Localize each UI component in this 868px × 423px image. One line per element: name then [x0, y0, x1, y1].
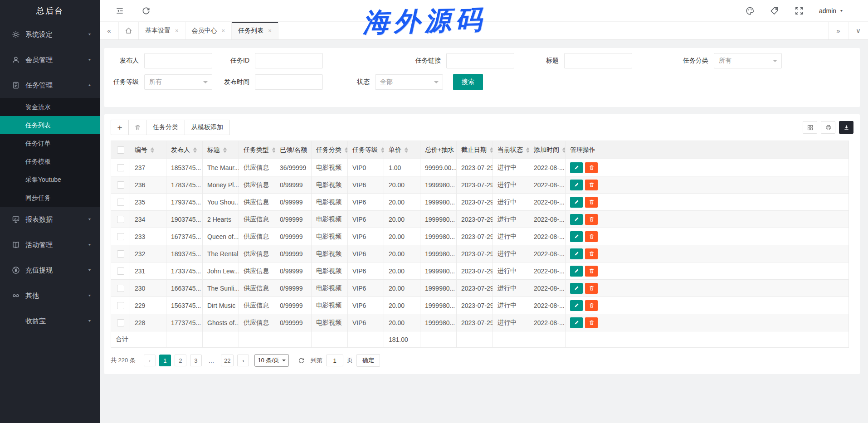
next-page-icon[interactable]: › [237, 355, 249, 366]
edit-button[interactable] [570, 180, 583, 190]
sort-icon[interactable] [151, 147, 154, 153]
page-number-button[interactable]: 3 [190, 355, 202, 366]
row-checkbox[interactable] [117, 233, 124, 240]
edit-button[interactable] [570, 248, 583, 259]
page-number-button[interactable]: 1 [159, 355, 171, 366]
page-number-button[interactable]: 22 [221, 355, 234, 366]
tabs-menu-icon[interactable]: ∨ [848, 22, 868, 39]
sort-icon[interactable] [223, 147, 227, 153]
close-icon[interactable]: × [222, 27, 225, 34]
sort-icon[interactable] [562, 147, 566, 153]
page-number-button[interactable]: 2 [175, 355, 186, 366]
add-task-button[interactable]: + [111, 120, 129, 135]
select-all-checkbox[interactable] [117, 146, 124, 154]
sidebar-item-task-orders[interactable]: 任务订单 [0, 134, 100, 152]
search-button[interactable]: 搜索 [453, 74, 483, 90]
row-checkbox[interactable] [117, 181, 124, 189]
refresh-icon[interactable] [141, 6, 151, 15]
row-checkbox[interactable] [117, 199, 124, 206]
close-icon[interactable]: × [175, 27, 179, 34]
user-menu[interactable]: admin ▼ [819, 7, 844, 15]
delete-button[interactable] [585, 283, 598, 294]
add-from-template-button[interactable]: 从模板添加 [185, 120, 230, 135]
delete-button[interactable] [585, 214, 598, 225]
sidebar-item-system-settings[interactable]: 系统设定 ▼ [0, 22, 100, 47]
sidebar-item-collect-youtube[interactable]: 采集Youtube [0, 170, 100, 189]
columns-filter-button[interactable] [803, 121, 817, 134]
sort-icon[interactable] [490, 147, 493, 153]
cell-deadline: 2023-07-29 [457, 159, 493, 176]
delete-button[interactable] [585, 231, 598, 242]
tag-icon[interactable] [770, 6, 779, 15]
delete-button[interactable] [585, 266, 598, 277]
export-button[interactable] [839, 121, 853, 134]
status-select[interactable]: 全部 [375, 74, 443, 90]
delete-button[interactable] [585, 317, 598, 328]
sidebar-item-sync-tasks[interactable]: 同步任务 [0, 189, 100, 207]
delete-button[interactable] [585, 162, 598, 173]
sidebar-item-task-list[interactable]: 任务列表 [0, 116, 100, 134]
tab-task-list[interactable]: 任务列表 × [232, 22, 278, 39]
publisher-input[interactable] [144, 53, 212, 68]
row-checkbox[interactable] [117, 302, 124, 309]
tabs-scroll-right-icon[interactable]: » [828, 22, 848, 39]
sort-icon[interactable] [193, 147, 197, 153]
sidebar-item-members[interactable]: 会员管理 ▼ [0, 47, 100, 73]
sidebar-item-tasks[interactable]: 任务管理 ▲ [0, 73, 100, 98]
sort-icon[interactable] [405, 147, 408, 153]
sidebar-item-activities[interactable]: 活动管理 ▼ [0, 232, 100, 258]
sidebar-item-task-templates[interactable]: 任务模板 [0, 152, 100, 170]
row-checkbox[interactable] [117, 216, 124, 223]
task-category-button[interactable]: 任务分类 [146, 120, 185, 135]
task-category-select[interactable]: 所有 [714, 53, 782, 68]
sidebar-item-recharge-withdraw[interactable]: 充值提现 ▼ [0, 258, 100, 283]
sort-icon[interactable] [272, 147, 275, 153]
sidebar-toggle-icon[interactable] [115, 6, 124, 15]
sidebar-item-others[interactable]: 其他 ▼ [0, 283, 100, 308]
prev-page-icon[interactable]: ‹ [144, 355, 156, 366]
sort-icon[interactable] [345, 147, 348, 153]
page-number-button[interactable]: … [205, 355, 217, 366]
page-size-select[interactable]: 10 条/页 [254, 354, 289, 367]
sidebar-item-reports[interactable]: 报表数据 ▼ [0, 207, 100, 232]
edit-button[interactable] [570, 214, 583, 225]
theme-palette-icon[interactable] [746, 6, 755, 15]
sidebar-item-fund-flow[interactable]: 资金流水 [0, 98, 100, 116]
delete-button[interactable] [585, 248, 598, 259]
print-button[interactable] [821, 121, 835, 134]
publish-time-input[interactable] [255, 74, 323, 90]
home-tab[interactable] [119, 22, 139, 39]
row-checkbox[interactable] [117, 319, 124, 326]
edit-button[interactable] [570, 162, 583, 173]
sort-icon[interactable] [381, 147, 384, 153]
cell-deadline: 2023-07-29 [457, 297, 493, 314]
edit-button[interactable] [570, 266, 583, 277]
table-refresh-icon[interactable] [295, 355, 307, 366]
edit-button[interactable] [570, 231, 583, 242]
task-id-input[interactable] [255, 53, 323, 68]
edit-button[interactable] [570, 300, 583, 311]
edit-button[interactable] [570, 197, 583, 208]
row-checkbox[interactable] [117, 164, 124, 171]
close-icon[interactable]: × [268, 27, 272, 34]
title-input[interactable] [564, 53, 632, 68]
goto-page-input[interactable] [326, 355, 343, 366]
delete-button[interactable] [585, 300, 598, 311]
task-level-select[interactable]: 所有 [144, 74, 212, 90]
delete-button[interactable] [585, 197, 598, 208]
tab-basic-settings[interactable]: 基本设置 × [139, 22, 185, 39]
sort-icon[interactable] [526, 147, 529, 153]
row-checkbox[interactable] [117, 267, 124, 275]
tabs-scroll-left-icon[interactable]: « [100, 22, 119, 39]
delete-button[interactable] [585, 180, 598, 190]
edit-button[interactable] [570, 317, 583, 328]
edit-button[interactable] [570, 283, 583, 294]
task-link-input[interactable] [446, 53, 514, 68]
tab-member-center[interactable]: 会员中心 × [185, 22, 232, 39]
sidebar-item-profit-treasure[interactable]: 收益宝 ▼ [0, 308, 100, 334]
row-checkbox[interactable] [117, 250, 124, 258]
row-checkbox[interactable] [117, 285, 124, 292]
fullscreen-icon[interactable] [795, 6, 804, 15]
confirm-button[interactable]: 确定 [356, 354, 380, 367]
delete-selected-button[interactable] [128, 120, 146, 135]
